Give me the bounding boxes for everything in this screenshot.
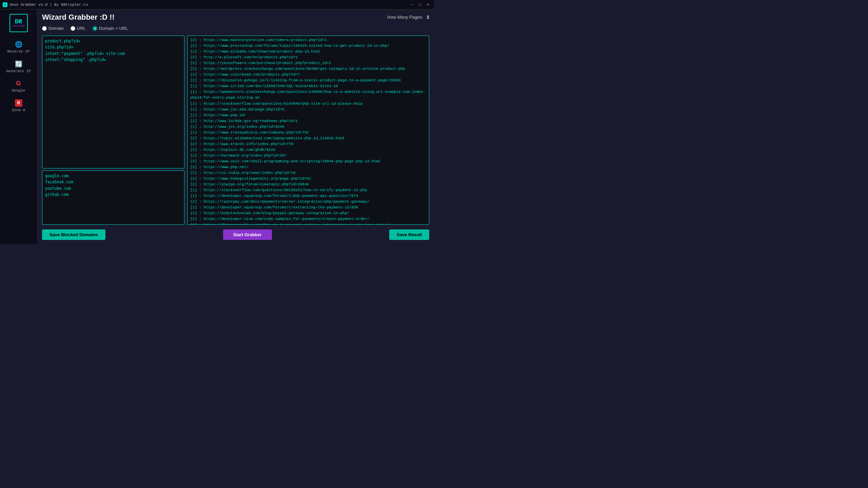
result-line: [2] : https://exploit-db.com/ghdb/8226: [190, 147, 426, 153]
blocked-domains-panel: google.com facebook.com youtube.com gith…: [42, 170, 184, 225]
logo-crypter: CRYPTER: [12, 25, 24, 27]
sidebar-item-zone-h[interactable]: H Zone-H: [2, 97, 35, 115]
result-line: [2] : https://www.php.net/: [190, 164, 426, 170]
result-line: [1] : https://developer.squareup.com/for…: [190, 193, 426, 199]
logo-dr: DR: [15, 19, 22, 25]
pages-count: 2: [427, 15, 429, 20]
radio-url-label: URL: [77, 26, 86, 31]
sidebar-item-reverse-ip-label: Reverse IP: [7, 49, 29, 54]
result-line: [1] : https://kodytechnolab.com/blog/pay…: [190, 210, 426, 216]
save-blocked-domains-button[interactable]: Save Blocked Domains: [42, 229, 105, 240]
result-line: [2] : https://discourse.gohugo.io/t/link…: [190, 78, 426, 83]
sidebar-item-google-label: Google: [12, 88, 25, 93]
logo-box: DR CRYPTER: [9, 14, 28, 32]
content-header: Wizard Grabber :D !! How Many Pages: 2: [42, 13, 429, 22]
result-line: [1] : https://developer.squareup.com/for…: [190, 205, 426, 210]
result-line: [1] : https://www.juc.edu.bd/page.php?id…: [190, 107, 426, 113]
result-line: [2] : https://www.hnbpgcollegenaini.org/…: [190, 176, 426, 182]
result-line: [1] : https://www.scribd.com/doc/1358975…: [190, 83, 426, 89]
results-panel: [2] : https://www.macocorporation.com/ni…: [187, 36, 429, 225]
radio-domain-url-label: Domain + URL: [99, 26, 128, 31]
result-line: [2] : https://www.eracon.info/index.php?…: [190, 141, 426, 147]
result-line: [1] : http://www.lnrbda.gov.ng/readnews.…: [190, 118, 426, 124]
radio-url[interactable]: URL: [71, 26, 86, 31]
sidebar-item-generate-ip-label: Generate IP: [6, 69, 31, 73]
close-button[interactable]: ✕: [425, 1, 431, 8]
titlebar: Z Zeus Grabber v1.0 | By DRCrypter.ru ─ …: [0, 0, 434, 9]
pages-info: How Many Pages: 2: [387, 15, 429, 20]
sidebar-item-reverse-ip[interactable]: 🌐 Reverse IP: [2, 38, 35, 56]
radio-domain-label: Domain: [48, 26, 64, 31]
result-line: [1] : https://webmasters.stackexchange.c…: [190, 89, 426, 101]
result-line: [2] : https://wordpress.stackexchange.co…: [190, 66, 426, 72]
result-line: [2] : https://piwigo.org/forum/viewtopic…: [190, 182, 426, 187]
result-line: [2] : http://csi-india.org/news/index.ph…: [190, 170, 426, 176]
reverse-ip-icon: 🌐: [15, 41, 22, 48]
panels-row: product.php?id= site.php?id= intext:"pay…: [42, 36, 429, 225]
sidebar: DR CRYPTER 🌐 Reverse IP 🔄 Generate IP G …: [0, 9, 37, 244]
start-grabber-button[interactable]: Start Grabber: [223, 229, 272, 240]
results-content: [2] : https://www.macocorporation.com/ni…: [188, 36, 429, 225]
titlebar-title: Zeus Grabber v1.0 | By DRCrypter.ru: [9, 3, 88, 7]
titlebar-controls: ─ □ ✕: [408, 1, 431, 8]
bottom-bar: Save Blocked Domains Start Grabber Save …: [42, 227, 429, 241]
result-line: [2] : https://developer.viva.com/code-sa…: [190, 216, 426, 222]
result-line: [1] : http://www.jvi.org/index.php?id=62…: [190, 124, 426, 130]
radio-group: Domain URL Domain + URL: [42, 26, 429, 31]
sidebar-item-google[interactable]: G Google: [2, 77, 35, 95]
maximize-button[interactable]: □: [416, 1, 423, 8]
page-title: Wizard Grabber :D !!: [42, 13, 115, 22]
zone-h-icon: H: [15, 99, 22, 107]
sidebar-item-generate-ip[interactable]: 🔄 Generate IP: [2, 58, 35, 76]
sidebar-item-zone-h-label: Zone-H: [12, 108, 25, 112]
result-line: [2] : https://razorpay.com/docs/payments…: [190, 199, 426, 205]
result-line: [1] : https://www.php.id/: [190, 113, 426, 118]
result-line: [2] : https://financesonline.com/how-to-…: [190, 222, 426, 225]
radio-url-input[interactable]: [71, 26, 75, 31]
result-line: [2] : https://topic.alibabacloud.com/zqp…: [190, 136, 426, 141]
sidebar-logo: DR CRYPTER: [8, 13, 29, 33]
save-result-button[interactable]: Save Result: [389, 229, 429, 240]
result-line: [1] : https://stackoverflow.com/question…: [190, 101, 426, 107]
result-line: [2] : http://a-plussoft.com/en/products.…: [190, 55, 426, 60]
result-line: [2] : https://www.colorbead.com/products…: [190, 72, 426, 78]
radio-domain-url[interactable]: Domain + URL: [93, 26, 128, 31]
dork-panel: product.php?id= site.php?id= intext:"pay…: [42, 36, 184, 168]
google-icon: G: [16, 80, 21, 87]
left-panel: product.php?id= site.php?id= intext:"pay…: [42, 36, 184, 225]
dork-input[interactable]: product.php?id= site.php?id= intext:"pay…: [42, 36, 184, 168]
generate-ip-icon: 🔄: [15, 60, 22, 68]
result-line: [2] : https://www.prestashop.com/forums/…: [190, 43, 426, 49]
blocked-domains-input[interactable]: google.com facebook.com youtube.com gith…: [42, 171, 184, 224]
result-line: [2] : https://yessoftware.com/purchase/p…: [190, 60, 426, 66]
app-icon: Z: [3, 2, 7, 7]
pages-label: How Many Pages:: [387, 15, 423, 20]
result-line: [2] : https://www.macocorporation.com/ni…: [190, 37, 426, 43]
result-line: [2] : https://www.unix.com/shell-program…: [190, 159, 426, 164]
main-content: Wizard Grabber :D !! How Many Pages: 2 D…: [37, 9, 434, 244]
result-line: [1] : https://stackoverflow.com/question…: [190, 187, 426, 193]
titlebar-left: Z Zeus Grabber v1.0 | By DRCrypter.ru: [3, 2, 88, 7]
result-line: [1] : https://www.transpakcorp.com/compa…: [190, 130, 426, 136]
app-container: DR CRYPTER 🌐 Reverse IP 🔄 Generate IP G …: [0, 9, 434, 244]
radio-domain-input[interactable]: [42, 26, 47, 31]
result-line: [2] : https://euromath.org/index.php?id=…: [190, 153, 426, 159]
minimize-button[interactable]: ─: [408, 1, 415, 8]
radio-domain-url-input[interactable]: [93, 26, 97, 31]
radio-domain[interactable]: Domain: [42, 26, 64, 31]
result-line: [2] : https://www.alibaba.com/showroom/p…: [190, 49, 426, 55]
